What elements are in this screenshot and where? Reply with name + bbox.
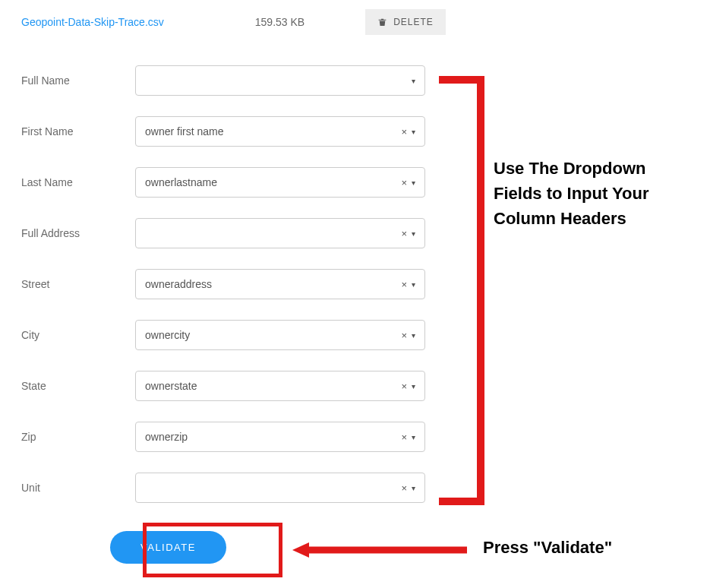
chevron-down-icon: ▾ [412,433,415,441]
field-label: Last Name [21,176,135,188]
validate-button[interactable]: VALIDATE [110,531,226,564]
dropdown-full-name[interactable]: ▾ [135,65,425,96]
chevron-down-icon: ▾ [412,128,415,136]
dropdown-first-name[interactable]: owner first name×▾ [135,116,425,147]
clear-icon[interactable]: × [401,177,407,188]
annotation-arrow [292,541,467,559]
dropdown-value: ownerstate [145,380,401,392]
dropdown-street[interactable]: owneraddress×▾ [135,269,425,299]
clear-icon[interactable]: × [401,126,407,138]
chevron-down-icon: ▾ [412,484,415,492]
clear-icon[interactable]: × [401,482,407,494]
trash-icon [377,17,387,27]
field-label: Full Name [21,74,135,87]
svg-marker-1 [292,542,309,558]
field-label: Full Address [21,227,135,239]
annotation-dropdown-note: Use The Dropdown Fields to Input Your Co… [494,156,691,231]
field-label: City [21,329,135,341]
field-label: Unit [21,482,135,494]
field-label: Zip [21,431,135,443]
chevron-down-icon: ▾ [412,331,415,340]
dropdown-last-name[interactable]: ownerlastname×▾ [135,167,425,198]
field-label: First Name [21,125,135,138]
file-size: 159.53 KB [255,16,305,28]
dropdown-value: ownercity [145,329,401,341]
clear-icon[interactable]: × [401,432,407,443]
dropdown-value: ownerlastname [145,176,401,188]
dropdown-value: owner first name [145,125,401,138]
delete-label: DELETE [393,17,434,27]
dropdown-unit[interactable]: ×▾ [135,473,425,503]
field-label: State [21,380,135,392]
clear-icon[interactable]: × [401,279,407,290]
dropdown-zip[interactable]: ownerzip×▾ [135,422,425,452]
dropdown-full-address[interactable]: ×▾ [135,218,425,248]
delete-button[interactable]: DELETE [365,9,446,35]
annotation-press-note: Press "Validate" [483,538,612,558]
chevron-down-icon: ▾ [412,77,415,85]
clear-icon[interactable]: × [401,381,407,392]
dropdown-value: owneraddress [145,278,401,290]
chevron-down-icon: ▾ [412,280,415,289]
chevron-down-icon: ▾ [412,179,415,187]
dropdown-value: ownerzip [145,431,401,443]
clear-icon[interactable]: × [401,330,407,341]
file-link[interactable]: Geopoint-Data-Skip-Trace.csv [21,16,164,28]
chevron-down-icon: ▾ [412,382,415,390]
chevron-down-icon: ▾ [412,229,415,238]
dropdown-city[interactable]: ownercity×▾ [135,320,425,350]
clear-icon[interactable]: × [401,228,407,239]
field-label: Street [21,278,135,290]
dropdown-state[interactable]: ownerstate×▾ [135,371,425,401]
